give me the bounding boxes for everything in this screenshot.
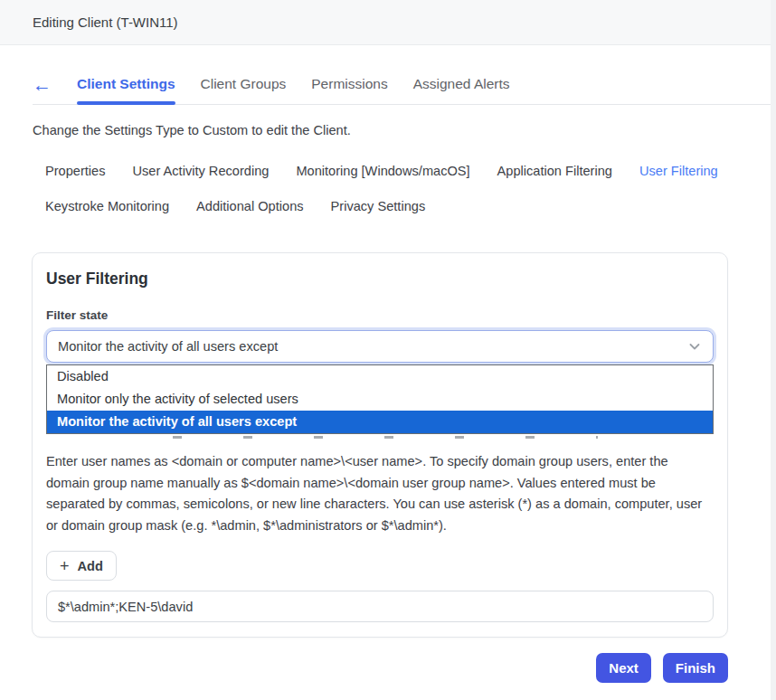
card-title: User Filtering <box>46 270 714 289</box>
main-tabs: ← Client Settings Client Groups Permissi… <box>33 45 776 105</box>
page-title: Editing Client (T-WIN11) <box>33 14 178 30</box>
subtab-monitoring[interactable]: Monitoring [Windows/macOS] <box>296 164 469 178</box>
user-filtering-card: User Filtering Filter state Monitor the … <box>32 252 728 638</box>
add-button[interactable]: + Add <box>46 551 117 581</box>
tab-permissions[interactable]: Permissions <box>311 76 387 104</box>
user-names-help-text: Enter user names as <domain or computer … <box>46 451 714 536</box>
tab-client-groups[interactable]: Client Groups <box>201 76 287 104</box>
settings-subtabs-row1: Properties User Activity Recording Monit… <box>45 164 776 178</box>
filter-state-label: Filter state <box>46 308 714 322</box>
window-titlebar: Editing Client (T-WIN11) <box>0 0 776 45</box>
subtab-additional-options[interactable]: Additional Options <box>196 199 303 213</box>
settings-subtabs-row2: Keystroke Monitoring Additional Options … <box>45 199 776 213</box>
tab-client-settings[interactable]: Client Settings <box>77 76 175 104</box>
filter-state-selected-value: Monitor the activity of all users except <box>58 339 278 354</box>
filter-state-dropdown-list: Disabled Monitor only the activity of se… <box>46 364 714 434</box>
tab-assigned-alerts[interactable]: Assigned Alerts <box>413 76 510 104</box>
filter-state-select[interactable]: Monitor the activity of all users except <box>46 330 714 363</box>
subtab-privacy-settings[interactable]: Privacy Settings <box>331 199 426 213</box>
next-button[interactable]: Next <box>596 653 651 683</box>
back-arrow-icon[interactable]: ← <box>33 75 52 104</box>
dropdown-option-disabled[interactable]: Disabled <box>47 365 713 388</box>
add-button-label: Add <box>78 559 103 573</box>
subtab-properties[interactable]: Properties <box>45 164 106 178</box>
user-names-input[interactable] <box>46 591 714 622</box>
occluded-text-fragment <box>173 436 598 439</box>
scrollbar-track[interactable] <box>771 0 776 700</box>
dropdown-option-monitor-selected[interactable]: Monitor only the activity of selected us… <box>47 388 713 411</box>
wizard-footer: Next Finish <box>32 653 728 683</box>
subtab-keystroke-monitoring[interactable]: Keystroke Monitoring <box>45 199 169 213</box>
subtab-user-activity-recording[interactable]: User Activity Recording <box>133 164 270 178</box>
subtab-user-filtering[interactable]: User Filtering <box>639 164 718 178</box>
dropdown-option-monitor-all-except[interactable]: Monitor the activity of all users except <box>47 411 713 433</box>
chevron-down-icon <box>687 339 702 354</box>
subtab-application-filtering[interactable]: Application Filtering <box>497 164 612 178</box>
plus-icon: + <box>60 558 70 574</box>
settings-type-notice: Change the Settings Type to Custom to ed… <box>33 123 776 137</box>
finish-button[interactable]: Finish <box>663 653 728 683</box>
